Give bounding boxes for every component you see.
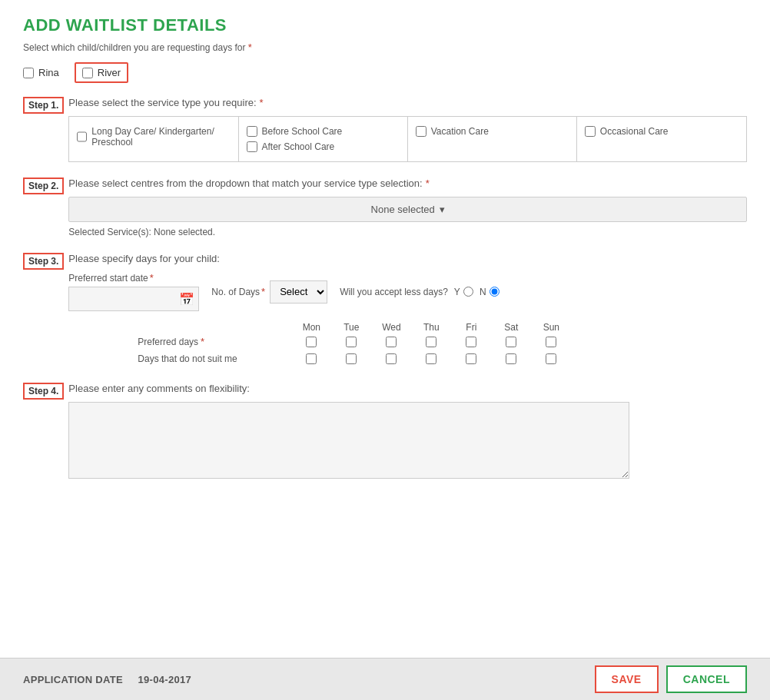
- child-river-checkbox[interactable]: [82, 68, 93, 78]
- service-item-longday[interactable]: Long Day Care/ Kindergarten/ Preschool: [77, 126, 230, 148]
- notsuit-sat-checkbox[interactable]: [506, 353, 516, 364]
- no-of-days-label: No. of Days *: [211, 286, 265, 297]
- accept-less-no-group: N: [480, 287, 500, 297]
- comments-textarea[interactable]: [68, 402, 629, 479]
- accept-less-yes-group: Y: [454, 287, 473, 297]
- day-header-sun: Sun: [531, 322, 571, 333]
- day-header-tue: Tue: [331, 322, 371, 333]
- accept-less-label: Will you accept less days?: [340, 287, 448, 297]
- preferred-tue[interactable]: [331, 337, 371, 347]
- preferred-sat[interactable]: [491, 337, 531, 347]
- day-header-thu: Thu: [411, 322, 451, 333]
- step4-content: Please enter any comments on flexibility…: [68, 383, 747, 481]
- notsuit-thu[interactable]: [411, 353, 451, 364]
- notsuit-sat[interactable]: [491, 353, 531, 364]
- date-input-wrapper: 📅: [68, 287, 199, 311]
- service-vacation-checkbox[interactable]: [416, 126, 426, 137]
- day-header-wed: Wed: [371, 322, 411, 333]
- cancel-button[interactable]: CANCEL: [666, 665, 747, 693]
- preferred-days-row: Preferred days *: [138, 336, 747, 347]
- service-item-after-school[interactable]: After School Care: [247, 141, 400, 152]
- step1-row: Step 1. Please select the service type y…: [23, 97, 747, 165]
- preferred-thu[interactable]: [411, 337, 451, 347]
- preferred-sun[interactable]: [531, 337, 571, 347]
- service-grid: Long Day Care/ Kindergarten/ Preschool B…: [68, 116, 747, 162]
- preferred-mon[interactable]: [291, 337, 331, 347]
- subtitle: Select which child/children you are requ…: [23, 41, 747, 53]
- footer: APPLICATION DATE 19-04-2017 SAVE CANCEL: [0, 658, 770, 700]
- step1-question: Please select the service type you requi…: [68, 97, 747, 108]
- notsuit-thu-checkbox[interactable]: [426, 353, 436, 364]
- service-item-vacation[interactable]: Vacation Care: [416, 126, 569, 137]
- service-occasional-checkbox[interactable]: [585, 126, 596, 137]
- preferred-days-label: Preferred days *: [138, 336, 291, 347]
- not-suit-label: Days that do not suit me: [138, 353, 291, 364]
- notsuit-mon[interactable]: [291, 353, 331, 364]
- days-table-container: Mon Tue Wed Thu Fri Sat Sun Preferred da…: [68, 322, 747, 364]
- step2-content: Please select centres from the dropdown …: [68, 177, 747, 241]
- notsuit-wed[interactable]: [371, 353, 411, 364]
- service-longday-checkbox[interactable]: [77, 131, 87, 142]
- preferred-mon-checkbox[interactable]: [306, 337, 317, 347]
- notsuit-fri-checkbox[interactable]: [466, 353, 476, 364]
- preferred-start-group: Preferred start date * 📅: [68, 272, 199, 311]
- child-river[interactable]: River: [75, 62, 128, 83]
- service-before-school-checkbox[interactable]: [247, 126, 257, 137]
- notsuit-tue[interactable]: [331, 353, 371, 364]
- step1-content: Please select the service type you requi…: [68, 97, 747, 165]
- footer-buttons: SAVE CANCEL: [595, 665, 747, 693]
- chevron-down-icon: ▾: [440, 204, 445, 215]
- centres-dropdown[interactable]: None selected ▾: [68, 197, 747, 222]
- preferred-sun-checkbox[interactable]: [546, 337, 556, 347]
- preferred-tue-checkbox[interactable]: [346, 337, 357, 347]
- accept-less-group: Will you accept less days? Y N: [340, 287, 499, 297]
- day-header-mon: Mon: [291, 322, 331, 333]
- child-rina[interactable]: Rina: [23, 67, 59, 78]
- preferred-fri[interactable]: [451, 337, 491, 347]
- accept-less-yes-radio[interactable]: [463, 287, 473, 297]
- step4-question: Please enter any comments on flexibility…: [68, 383, 747, 394]
- preferred-wed-checkbox[interactable]: [386, 337, 397, 347]
- day-header-sat: Sat: [491, 322, 531, 333]
- step3-label: Step 3.: [23, 253, 64, 270]
- preferred-wed[interactable]: [371, 337, 411, 347]
- notsuit-sun[interactable]: [531, 353, 571, 364]
- app-date: APPLICATION DATE 19-04-2017: [23, 674, 191, 685]
- service-item-before-school[interactable]: Before School Care: [247, 126, 400, 137]
- yes-label: Y: [454, 287, 460, 297]
- preferred-start-label: Preferred start date *: [68, 272, 153, 284]
- preferred-thu-checkbox[interactable]: [426, 337, 436, 347]
- step3-question: Please specify days for your child:: [68, 253, 747, 264]
- accept-less-no-radio[interactable]: [490, 287, 500, 297]
- step2-row: Step 2. Please select centres from the d…: [23, 177, 747, 241]
- child-rina-checkbox[interactable]: [23, 68, 34, 78]
- step4-row: Step 4. Please enter any comments on fle…: [23, 383, 747, 481]
- not-suit-days-row: Days that do not suit me: [138, 353, 747, 364]
- step4-label: Step 4.: [23, 383, 64, 400]
- preferred-fri-checkbox[interactable]: [466, 337, 476, 347]
- calendar-icon[interactable]: 📅: [179, 292, 194, 307]
- main-container: ADD WAITLIST DETAILS Select which child/…: [0, 0, 770, 555]
- preferred-sat-checkbox[interactable]: [506, 337, 516, 347]
- notsuit-wed-checkbox[interactable]: [386, 353, 397, 364]
- notsuit-mon-checkbox[interactable]: [306, 353, 317, 364]
- days-header-row: Mon Tue Wed Thu Fri Sat Sun: [138, 322, 747, 333]
- no-of-days-select[interactable]: Select 1 2 3 4 5: [270, 280, 327, 304]
- notsuit-tue-checkbox[interactable]: [346, 353, 357, 364]
- day-header-fri: Fri: [451, 322, 491, 333]
- no-label: N: [480, 287, 486, 297]
- notsuit-fri[interactable]: [451, 353, 491, 364]
- no-of-days-group: No. of Days * Select 1 2 3 4 5: [211, 280, 327, 304]
- save-button[interactable]: SAVE: [595, 665, 659, 693]
- page-title: ADD WAITLIST DETAILS: [23, 15, 747, 35]
- service-item-occasional[interactable]: Occasional Care: [585, 126, 738, 137]
- step2-label: Step 2.: [23, 177, 64, 194]
- required-star: *: [248, 41, 252, 53]
- notsuit-sun-checkbox[interactable]: [546, 353, 556, 364]
- step2-question: Please select centres from the dropdown …: [68, 177, 747, 189]
- service-after-school-checkbox[interactable]: [247, 141, 257, 152]
- step1-label: Step 1.: [23, 97, 64, 114]
- step3-content: Please specify days for your child: Pref…: [68, 253, 747, 370]
- step3-row: Step 3. Please specify days for your chi…: [23, 253, 747, 370]
- service-cell-longday: Long Day Care/ Kindergarten/ Preschool: [69, 117, 238, 161]
